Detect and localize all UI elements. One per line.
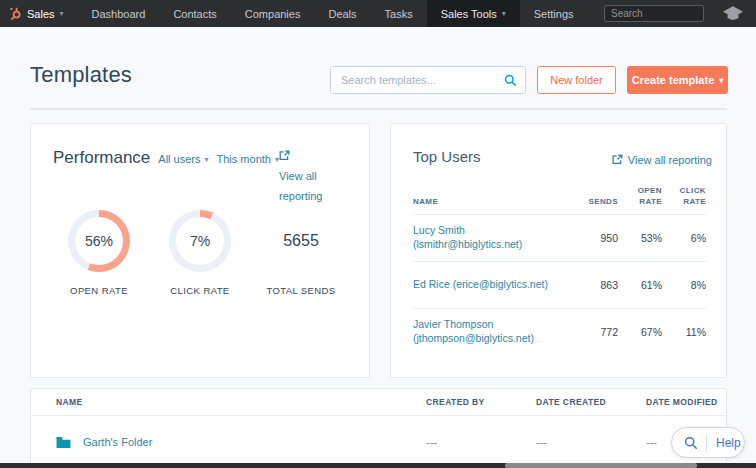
folder-icon — [56, 436, 71, 449]
metric-click-rate: 7% CLICK RATE — [156, 210, 244, 296]
filter-all-users[interactable]: All users▾ — [158, 153, 208, 165]
chevron-down-icon: ▾ — [205, 155, 209, 164]
column-header-click-rate: CLICK RATE — [662, 186, 706, 208]
page-title: Templates — [30, 62, 132, 88]
filter-this-month[interactable]: This month▾ — [217, 153, 279, 165]
nav-item-contacts[interactable]: Contacts — [159, 0, 230, 27]
chevron-down-icon: ▾ — [719, 76, 723, 85]
create-template-button[interactable]: Create template ▾ — [627, 66, 728, 94]
user-name-link[interactable]: Lucy Smith (lsmithr@hbiglytics.net) — [413, 224, 573, 251]
performance-metrics: 56% OPEN RATE 7% CLICK RATE 5655 TOTAL S… — [31, 210, 369, 296]
nav-item-deals[interactable]: Deals — [314, 0, 370, 27]
open-rate-value: 56% — [85, 233, 113, 249]
column-header-open-rate: OPEN RATE — [618, 186, 662, 208]
performance-title: Performance — [53, 148, 150, 167]
user-sends: 950 — [573, 232, 618, 244]
top-user-row: Lucy Smith (lsmithr@hbiglytics.net) 950 … — [413, 215, 706, 262]
top-users-title: Top Users — [413, 148, 481, 165]
user-open-rate: 61% — [618, 279, 662, 291]
nav-item-sales-tools[interactable]: Sales Tools ▾ — [427, 0, 520, 27]
external-link-icon — [279, 150, 290, 161]
user-open-rate: 67% — [618, 326, 662, 338]
performance-view-all-link[interactable]: View all reporting — [279, 146, 359, 206]
folders-header-row: NAME CREATED BY DATE CREATED DATE MODIFI… — [31, 389, 726, 416]
folder-date-created: --- — [536, 436, 646, 448]
nav-item-tasks[interactable]: Tasks — [371, 0, 427, 27]
folder-row: Garth's Folder --- --- --- — [31, 416, 726, 468]
performance-card: PerformanceAll users▾This month▾ View al… — [30, 123, 370, 378]
column-header-sends: SENDS — [573, 197, 618, 208]
open-rate-label: OPEN RATE — [70, 285, 128, 296]
templates-search-box — [330, 66, 526, 94]
nav-item-companies[interactable]: Companies — [231, 0, 315, 27]
top-nav: Sales ▾ Dashboard Contacts Companies Dea… — [0, 0, 756, 27]
user-name-link[interactable]: Ed Rice (erice@biglytics.net) — [413, 278, 573, 292]
click-rate-label: CLICK RATE — [170, 285, 229, 296]
user-open-rate: 53% — [618, 232, 662, 244]
metric-total-sends: 5655 TOTAL SENDS — [257, 210, 345, 296]
user-sends: 772 — [573, 326, 618, 338]
help-widget[interactable]: Help — [671, 427, 745, 458]
help-search-icon[interactable] — [672, 436, 706, 450]
new-folder-button[interactable]: New folder — [537, 66, 616, 94]
column-header-date-created: DATE CREATED — [536, 397, 646, 407]
chevron-down-icon: ▾ — [60, 9, 64, 18]
total-sends-label: TOTAL SENDS — [266, 285, 335, 296]
nav-item-dashboard[interactable]: Dashboard — [78, 0, 160, 27]
click-rate-value: 7% — [190, 233, 210, 249]
top-users-table: NAME SENDS OPEN RATE CLICK RATE Lucy Smi… — [413, 186, 706, 356]
top-users-header-row: NAME SENDS OPEN RATE CLICK RATE — [413, 186, 706, 215]
header-divider — [30, 108, 727, 110]
nav-item-settings[interactable]: Settings — [520, 0, 588, 27]
top-user-row: Javier Thompson (jthompson@biglytics.net… — [413, 309, 706, 356]
external-link-icon — [612, 154, 623, 165]
column-header-created-by: CREATED BY — [426, 397, 536, 407]
horizontal-scrollbar-thumb[interactable] — [505, 463, 697, 468]
top-users-view-all-link[interactable]: View all reporting — [612, 150, 712, 170]
account-menu-icon[interactable] — [722, 4, 744, 23]
metric-open-rate: 56% OPEN RATE — [55, 210, 143, 296]
brand-menu[interactable]: Sales ▾ — [0, 0, 78, 27]
user-name-link[interactable]: Javier Thompson (jthompson@biglytics.net… — [413, 318, 573, 345]
user-click-rate: 8% — [662, 279, 706, 291]
top-user-row: Ed Rice (erice@biglytics.net) 863 61% 8% — [413, 262, 706, 309]
column-header-date-modified: DATE MODIFIED — [646, 397, 727, 407]
folders-table-card: NAME CREATED BY DATE CREATED DATE MODIFI… — [30, 388, 727, 468]
open-rate-donut: 56% — [68, 210, 130, 272]
templates-search-input[interactable] — [331, 67, 501, 93]
folder-created-by: --- — [426, 436, 536, 448]
user-sends: 863 — [573, 279, 618, 291]
search-icon[interactable] — [504, 74, 517, 87]
brand-label: Sales — [27, 8, 55, 20]
column-header-name: NAME — [413, 197, 573, 208]
help-label[interactable]: Help — [707, 436, 741, 450]
global-search-input[interactable] — [604, 5, 704, 22]
user-click-rate: 6% — [662, 232, 706, 244]
click-rate-donut: 7% — [169, 210, 231, 272]
total-sends-value: 5655 — [270, 210, 332, 272]
top-users-card: Top Users View all reporting NAME SENDS … — [390, 123, 727, 378]
chevron-down-icon: ▾ — [502, 9, 506, 18]
user-click-rate: 11% — [662, 326, 706, 338]
folder-name-link[interactable]: Garth's Folder — [83, 436, 152, 448]
hubspot-sprocket-icon — [9, 7, 22, 20]
column-header-name: NAME — [56, 397, 426, 407]
